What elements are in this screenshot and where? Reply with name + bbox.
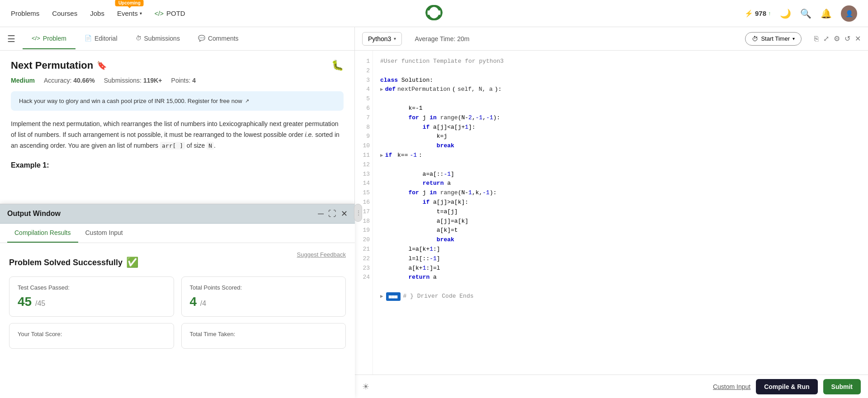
line-arrow-icon: ▶ [380,86,383,94]
timer-chevron-icon: ▾ [793,36,795,41]
hamburger-icon[interactable]: ☰ [7,33,15,44]
drag-dots-icon: ⋮ [356,210,361,216]
left-panel: ☰ </> Problem 📄 Editorial ⏱ Submissions … [0,27,355,398]
search-icon[interactable]: 🔍 [800,8,811,19]
output-tab-custom-input[interactable]: Custom Input [78,224,130,243]
time-taken-card: Total Time Taken: [181,323,346,349]
user-avatar[interactable]: 👤 [841,5,857,22]
external-link-icon: ↗ [245,98,249,104]
points-scored-value: 4 /4 [190,295,338,309]
tab-editorial[interactable]: 📄 Editorial [75,28,127,49]
expand-icon[interactable]: ⤢ [823,34,829,43]
test-cases-value: 45 /45 [18,295,165,309]
problem-description: Implement the next permutation, which re… [11,119,344,172]
problem-header: Next Permutation 🔖 🐛 [11,60,344,71]
promo-banner[interactable]: Hack your way to glory and win a cash po… [11,91,344,111]
main-layout: ☰ </> Problem 📄 Editorial ⏱ Submissions … [0,27,868,398]
nav-right: ⚡ 978 ↑ 🌙 🔍 🔔 👤 [745,5,857,22]
chevron-down-icon: ▾ [140,11,142,16]
copy-icon[interactable]: ⎘ [814,34,819,43]
settings-icon[interactable]: ⚙ [834,34,840,43]
compile-run-button[interactable]: Compile & Run [756,379,817,394]
language-selector[interactable]: Python3 ▾ [362,32,402,46]
nav-problems[interactable]: Problems [11,9,39,17]
timer-icon: ⏱ [752,35,758,42]
clock-icon: ⏱ [136,35,142,42]
difficulty-badge[interactable]: Medium [11,77,35,84]
bell-icon[interactable]: 🔔 [821,8,832,19]
code-tag-icon: </> [32,35,40,42]
site-logo[interactable] [423,4,445,23]
line-arrow-2-icon: ▶ [380,152,383,160]
check-circle-icon: ✅ [126,257,138,268]
editor-icon-group: ⎘ ⤢ ⚙ ↺ ✕ [814,34,861,43]
close-editor-icon[interactable]: ✕ [855,34,861,43]
nav-courses[interactable]: Courses [52,9,77,17]
points-scored-label: Total Points Scored: [190,284,338,291]
nav-events[interactable]: Events ▾ [117,9,142,17]
time-taken-label: Total Time Taken: [190,331,338,337]
moon-icon[interactable]: 🌙 [780,8,791,19]
bug-icon[interactable]: 🐛 [331,60,344,71]
output-window: Output Window ─ ⛶ ✕ Compilation Results … [0,204,355,398]
test-cases-label: Test Cases Passed: [18,284,165,291]
lang-chevron-icon: ▾ [394,36,396,41]
points-card: Total Points Scored: 4 /4 [181,276,346,317]
bookmark-icon[interactable]: 🔖 [97,61,107,70]
tab-submissions[interactable]: ⏱ Submissions [127,28,189,49]
driver-code-badge: ■■■ [386,292,401,301]
right-panel: Python3 ▾ Average Time: 20m ⏱ Start Time… [355,27,868,398]
total-score-card: Your Total Score: [9,323,174,349]
problem-tab-bar: ☰ </> Problem 📄 Editorial ⏱ Submissions … [0,27,354,51]
editor-bottom-bar: ☀ Custom Input Compile & Run Submit [355,375,868,398]
streak-counter: ⚡ 978 ↑ [745,9,771,18]
example-title: Example 1: [11,159,344,171]
accuracy-label: Accuracy: 40.66% [44,77,95,84]
events-wrapper: Upcoming Events ▾ [117,9,142,17]
code-content: 12345 678910 1112131415 1617181920 21222… [355,51,868,375]
top-nav: Problems Courses Jobs Upcoming Events ▾ … [0,0,868,27]
output-title: Output Window [7,210,61,218]
output-tab-bar: Compilation Results Custom Input [0,224,355,243]
close-button[interactable]: ✕ [341,209,348,219]
submissions-label: Submissions: 119K+ [104,77,162,84]
bottom-actions: Custom Input Compile & Run Submit [713,379,861,394]
tab-comments[interactable]: 💬 Comments [189,28,248,49]
tab-problem[interactable]: </> Problem [23,28,75,49]
code-editor[interactable]: 12345 678910 1112131415 1617181920 21222… [355,51,868,375]
output-tab-compilation[interactable]: Compilation Results [7,224,78,243]
comment-icon: 💬 [198,35,205,42]
stats-row-2: Your Total Score: Total Time Taken: [9,323,346,349]
output-actions: ─ ⛶ ✕ [318,209,348,219]
custom-input-link[interactable]: Custom Input [713,383,750,390]
success-heading: Problem Solved Successfully ✅ [9,257,297,268]
editor-toolbar: Python3 ▾ Average Time: 20m ⏱ Start Time… [355,27,868,51]
output-body: Suggest Feedback Problem Solved Successf… [0,243,355,398]
test-cases-card: Test Cases Passed: 45 /45 [9,276,174,317]
submit-button[interactable]: Submit [823,379,861,394]
nav-potd[interactable]: </> POTD [155,9,185,17]
output-header: Output Window ─ ⛶ ✕ [0,204,355,224]
points-label: Points: 4 [171,77,196,84]
reset-icon[interactable]: ↺ [844,34,850,43]
problem-title: Next Permutation 🔖 [11,60,107,71]
lightning-icon: ⚡ [745,9,753,18]
problem-meta: Medium Accuracy: 40.66% Submissions: 119… [11,77,344,84]
upcoming-badge: Upcoming [115,0,144,6]
resize-handle[interactable]: ⋮ [354,204,362,222]
total-score-label: Your Total Score: [18,331,165,337]
nav-left: Problems Courses Jobs Upcoming Events ▾ … [11,9,185,17]
minimize-button[interactable]: ─ [318,209,324,219]
avg-time-label: Average Time: 20m [415,35,469,42]
code-icon: </> [155,10,164,17]
line-arrow-3-icon: ▶ [380,293,383,301]
up-arrow-icon: ↑ [768,10,771,17]
start-timer-button[interactable]: ⏱ Start Timer ▾ [745,32,802,46]
nav-jobs[interactable]: Jobs [90,9,104,17]
doc-icon: 📄 [85,35,92,42]
brightness-icon[interactable]: ☀ [362,382,369,392]
suggest-feedback-link[interactable]: Suggest Feedback [297,251,346,258]
code-area[interactable]: #User function Template for python3 clas… [373,51,868,375]
maximize-button[interactable]: ⛶ [328,209,336,219]
stats-grid: Test Cases Passed: 45 /45 Total Points S… [9,276,346,317]
